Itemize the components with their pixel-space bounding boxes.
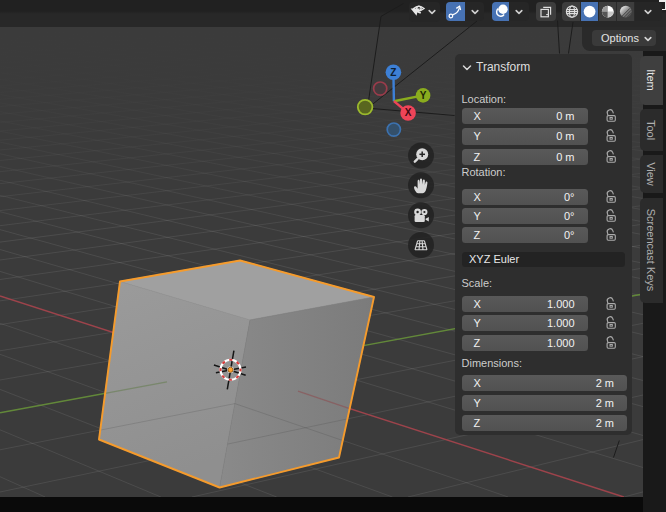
svg-text:Z: Z [390,67,396,78]
svg-text:Y: Y [420,90,427,101]
svg-text:X: X [405,107,412,118]
